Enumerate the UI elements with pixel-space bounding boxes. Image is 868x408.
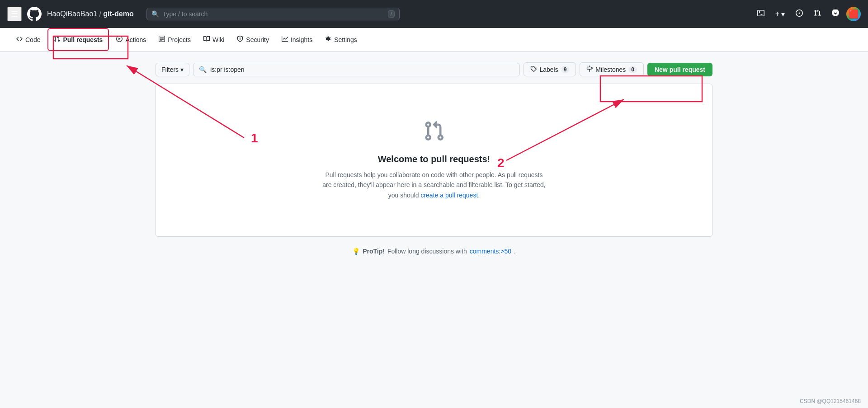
milestones-button[interactable]: Milestones 0 <box>580 62 644 76</box>
inbox-icon <box>832 9 839 19</box>
projects-icon <box>159 36 165 43</box>
empty-state-icon <box>423 120 445 147</box>
subnav-wiki-label: Wiki <box>212 36 224 43</box>
empty-state: Welcome to pull requests! Pull requests … <box>156 84 712 236</box>
protip-bold: ProTip! <box>363 248 385 255</box>
subnav-insights-label: Insights <box>291 36 312 43</box>
subnav-item-actions[interactable]: Actions <box>111 28 151 51</box>
pr-search-input[interactable] <box>210 66 514 73</box>
settings-icon <box>325 36 331 43</box>
new-pull-request-button[interactable]: New pull request <box>647 63 712 76</box>
empty-state-title: Welcome to pull requests! <box>378 154 491 164</box>
security-icon <box>237 36 243 43</box>
subnav-code-label: Code <box>25 36 40 43</box>
new-pr-label: New pull request <box>655 66 705 73</box>
pr-icon <box>814 9 821 19</box>
github-logo-svg <box>27 7 42 21</box>
subnav-projects-label: Projects <box>168 36 191 43</box>
subnav: Code Pull requests Actions Projects Wiki… <box>0 28 868 52</box>
filters-label: Filters <box>161 66 179 73</box>
terminal-button[interactable] <box>754 8 768 20</box>
issues-button[interactable] <box>792 8 807 20</box>
empty-state-description: Pull requests help you collaborate on co… <box>321 170 547 200</box>
protip-link[interactable]: comments:>50 <box>470 248 511 255</box>
pr-list: Welcome to pull requests! Pull requests … <box>156 84 712 237</box>
search-kbd: / <box>388 10 395 18</box>
empty-state-desc-text2: . <box>478 192 480 199</box>
repo-name[interactable]: git-demo <box>103 10 134 18</box>
filters-button[interactable]: Filters ▾ <box>156 63 189 76</box>
search-box[interactable]: 🔍 Type / to search / <box>146 8 400 20</box>
milestone-icon <box>586 66 593 73</box>
pr-search-icon: 🔍 <box>199 66 207 73</box>
avatar[interactable]: 🟥 <box>846 7 861 21</box>
labels-count: 9 <box>561 66 570 73</box>
filters-chevron-icon: ▾ <box>180 66 184 73</box>
wiki-icon <box>203 36 210 43</box>
protip: 💡 ProTip! Follow long discussions with c… <box>156 248 712 255</box>
code-icon <box>16 36 23 43</box>
hamburger-icon: ☰ <box>11 9 18 19</box>
subnav-item-insights[interactable]: Insights <box>276 28 318 51</box>
header-search: 🔍 Type / to search / <box>146 8 400 20</box>
hamburger-button[interactable]: ☰ <box>7 7 22 21</box>
insights-icon <box>282 36 288 43</box>
protip-text: Follow long discussions with <box>387 248 467 255</box>
subnav-item-security[interactable]: Security <box>231 28 274 51</box>
main-content: Filters ▾ 🔍 Labels 9 Milestones 0 New pu… <box>145 52 723 266</box>
milestones-label: Milestones <box>595 66 626 73</box>
issues-icon <box>796 9 803 19</box>
inbox-button[interactable] <box>828 8 843 20</box>
repo-owner[interactable]: HaoQiBaoBao1 <box>47 10 97 18</box>
filter-bar: Filters ▾ 🔍 Labels 9 Milestones 0 New pu… <box>156 62 712 76</box>
actions-icon <box>116 36 123 43</box>
breadcrumb: HaoQiBaoBao1 / git-demo <box>47 9 134 19</box>
chevron-down-icon: ▾ <box>781 10 785 19</box>
subnav-security-label: Security <box>246 36 269 43</box>
subnav-item-wiki[interactable]: Wiki <box>198 28 230 51</box>
subnav-item-pull-requests[interactable]: Pull requests <box>47 28 109 51</box>
breadcrumb-separator: / <box>99 9 101 19</box>
create-pr-link[interactable]: create a pull request <box>420 192 478 199</box>
pull-requests-header-button[interactable] <box>810 8 825 20</box>
create-button[interactable]: + ▾ <box>772 8 788 20</box>
labels-label: Labels <box>539 66 558 73</box>
pr-search-box[interactable]: 🔍 <box>193 63 520 76</box>
header: ☰ HaoQiBaoBao1 / git-demo 🔍 Type / to se… <box>0 0 868 28</box>
milestones-count: 0 <box>628 66 637 73</box>
subnav-item-projects[interactable]: Projects <box>153 28 196 51</box>
search-placeholder: Type / to search <box>163 10 384 18</box>
subnav-item-settings[interactable]: Settings <box>320 28 363 51</box>
labels-button[interactable]: Labels 9 <box>524 62 576 76</box>
github-logo[interactable] <box>27 7 42 21</box>
search-icon: 🔍 <box>151 10 159 18</box>
subnav-item-code[interactable]: Code <box>11 28 46 51</box>
protip-icon: 💡 <box>352 248 360 255</box>
terminal-icon <box>757 9 764 19</box>
subnav-actions-label: Actions <box>125 36 146 43</box>
pr-subnav-icon <box>54 36 60 43</box>
subnav-pr-label: Pull requests <box>63 36 103 43</box>
label-icon <box>530 66 537 73</box>
subnav-settings-label: Settings <box>334 36 357 43</box>
protip-period: . <box>514 248 516 255</box>
avatar-image: 🟥 <box>849 9 859 19</box>
plus-icon: + <box>775 10 779 18</box>
header-actions: + ▾ 🟥 <box>754 7 861 21</box>
